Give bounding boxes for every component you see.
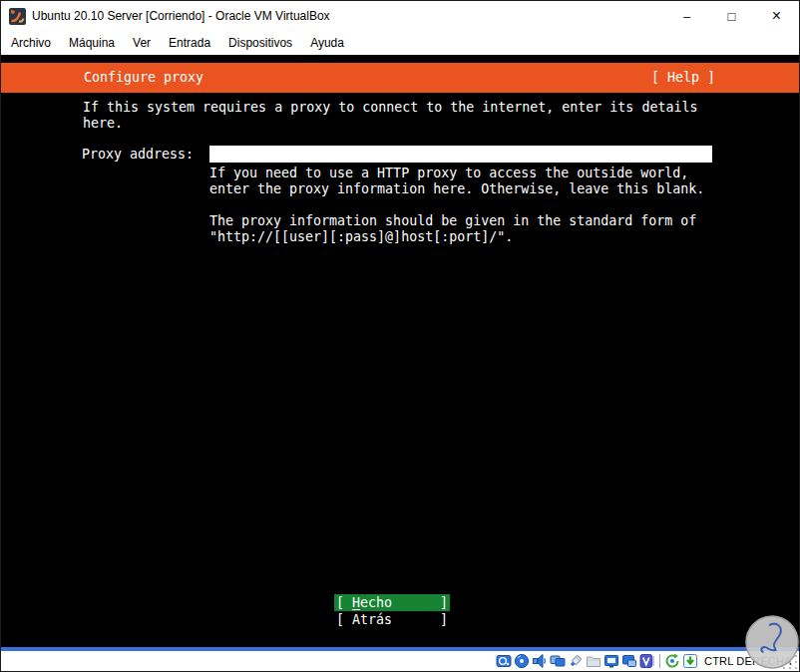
installer-header: Configure proxy [ Help ] — [1, 63, 799, 93]
recording-icon[interactable] — [621, 653, 637, 669]
display-icon[interactable] — [603, 653, 619, 669]
window-title: Ubuntu 20.10 Server [Corriendo] - Oracle… — [32, 9, 330, 23]
features-icon[interactable] — [639, 653, 655, 669]
close-button[interactable]: × — [754, 1, 799, 31]
page-title: Configure proxy — [84, 70, 203, 86]
usb-icon[interactable] — [568, 653, 584, 669]
shared-folder-icon[interactable] — [586, 653, 601, 669]
menu-dispositivos[interactable]: Dispositivos — [219, 32, 301, 54]
keyboard-capture-icon[interactable] — [682, 653, 698, 669]
menu-maquina[interactable]: Máquina — [60, 32, 124, 54]
format-help-line2: "http://[[user][:pass]@]host[:port]/". — [209, 229, 513, 245]
statusbar-separator — [659, 654, 660, 668]
done-button[interactable]: [ Hecho ] — [334, 594, 450, 611]
vm-screen: Configure proxy [ Help ] If this system … — [1, 55, 799, 647]
intro-text-line2: here. — [83, 116, 123, 132]
field-help-line2: enter the proxy information here. Otherw… — [209, 181, 704, 197]
proxy-address-label: Proxy address: — [82, 147, 194, 163]
done-button-accelerator: H — [352, 595, 360, 610]
menu-archivo[interactable]: Archivo — [2, 32, 60, 54]
intro-text-line1: If this system requires a proxy to conne… — [83, 100, 697, 116]
audio-icon[interactable] — [532, 653, 548, 669]
optical-disc-icon[interactable] — [514, 653, 530, 669]
format-help-line1: The proxy information should be given in… — [209, 213, 696, 229]
status-bar: CTRL DERECHA — [1, 651, 799, 671]
virtualbox-app-icon — [9, 8, 26, 25]
watermark-logo-icon — [745, 615, 799, 669]
mouse-integration-icon[interactable] — [664, 653, 680, 669]
title-bar: Ubuntu 20.10 Server [Corriendo] - Oracle… — [1, 1, 799, 31]
back-button-label: [ Atrás ] — [334, 611, 450, 628]
maximize-button[interactable]: □ — [709, 1, 754, 31]
back-button[interactable]: [ Atrás ] — [334, 611, 450, 628]
menu-ver[interactable]: Ver — [124, 32, 160, 54]
menu-entrada[interactable]: Entrada — [160, 32, 219, 54]
done-button-bracket: [ — [336, 595, 352, 610]
network-icon[interactable] — [550, 653, 566, 669]
hard-disk-icon[interactable] — [496, 653, 512, 669]
menu-ayuda[interactable]: Ayuda — [301, 32, 353, 54]
menu-bar: Archivo Máquina Ver Entrada Dispositivos… — [1, 31, 799, 55]
proxy-address-input[interactable] — [209, 146, 712, 163]
minimize-button[interactable]: – — [664, 1, 709, 31]
virtualbox-window: Ubuntu 20.10 Server [Corriendo] - Oracle… — [0, 0, 800, 672]
help-button[interactable]: [ Help ] — [651, 70, 715, 86]
field-help-line1: If you need to use a HTTP proxy to acces… — [209, 166, 688, 181]
done-button-label: echo ] — [360, 595, 448, 610]
